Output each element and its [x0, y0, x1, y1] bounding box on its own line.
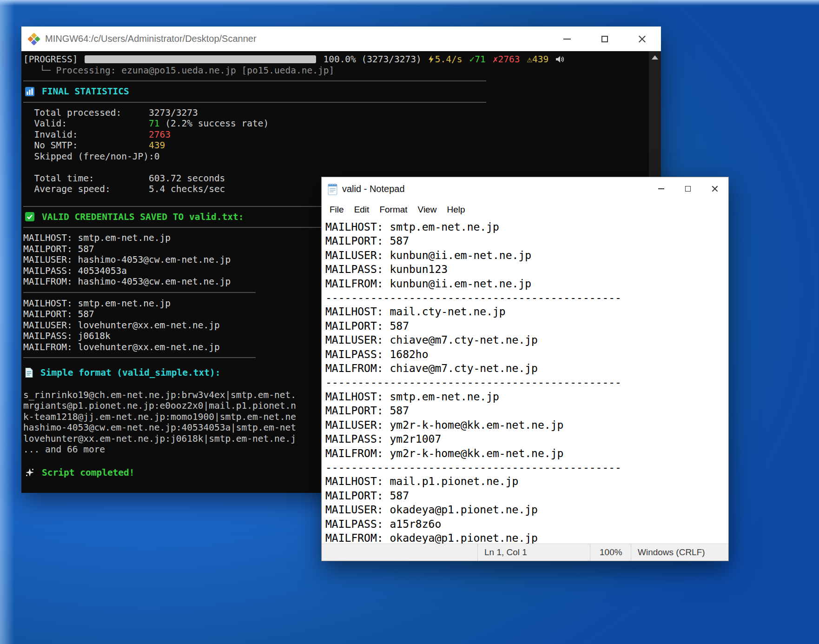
- progress-label: [PROGRESS]: [23, 54, 78, 65]
- notepad-close-button[interactable]: [701, 177, 728, 200]
- terminal-title: MINGW64:/c/Users/Administrator/Desktop/S…: [45, 33, 548, 44]
- notepad-minimize-button[interactable]: [647, 177, 674, 200]
- notepad-line: MAILHOST: mail.cty-net.ne.jp: [325, 305, 728, 319]
- notepad-line: MAILPORT: 587: [325, 404, 728, 418]
- notepad-line: MAILFROM: kunbun@ii.em-net.ne.jp: [325, 277, 728, 291]
- maximize-icon: [601, 36, 608, 42]
- mingw-icon: [28, 33, 40, 45]
- notepad-line: MAILPASS: 1682ho: [325, 347, 728, 361]
- valid-credentials-title: VALID CREDENTIALS SAVED TO valid.txt:: [42, 212, 244, 223]
- stat-row: Valid:71 (2.2% success rate): [23, 118, 649, 129]
- progress-percent: 100.0% (3273/3273): [323, 54, 421, 65]
- credentials-separator: [23, 357, 256, 358]
- notepad-caption-buttons: [647, 177, 728, 200]
- close-button[interactable]: [623, 27, 661, 51]
- notepad-line: MAILFROM: chiave@m7.cty-net.ne.jp: [325, 361, 728, 375]
- stat-row: Skipped (free/non-JP):0: [23, 151, 649, 162]
- no-smtp-count: ⚠439: [527, 54, 548, 65]
- notepad-line: ----------------------------------------…: [325, 375, 728, 389]
- status-zoom-level: 100%: [590, 544, 631, 561]
- statusbar-filler: [322, 544, 477, 561]
- status-cursor-position: Ln 1, Col 1: [477, 544, 590, 561]
- notepad-menubar: FileEditFormatViewHelp: [322, 200, 728, 219]
- notepad-window: valid - Notepad FileEditFormatViewHelp M…: [321, 177, 729, 561]
- stat-row: Invalid:2763: [23, 129, 649, 140]
- terminal-titlebar[interactable]: MINGW64:/c/Users/Administrator/Desktop/S…: [21, 27, 661, 51]
- wallpaper-highlight-left: [0, 0, 14, 644]
- notepad-line: MAILPASS: a15r8z6o: [325, 517, 728, 531]
- separator-line: [23, 80, 486, 81]
- speaker-icon: [555, 55, 565, 63]
- notepad-line: MAILPASS: kunbun123: [325, 262, 728, 276]
- check-box-icon: [25, 212, 34, 221]
- notepad-title: valid - Notepad: [342, 184, 647, 194]
- speed-stat: 5.4/s: [429, 54, 462, 65]
- maximize-button[interactable]: [586, 27, 623, 51]
- menu-item-view[interactable]: View: [413, 201, 442, 218]
- menu-item-edit[interactable]: Edit: [349, 201, 375, 218]
- notepad-titlebar[interactable]: valid - Notepad: [322, 177, 728, 200]
- notepad-line: MAILPORT: 587: [325, 234, 728, 248]
- stat-row: Total processed:3273/3273: [23, 107, 649, 119]
- menu-item-format[interactable]: Format: [374, 201, 412, 218]
- notepad-line: MAILHOST: smtp.em-net.ne.jp: [325, 390, 728, 404]
- notepad-line: MAILPASS: ym2r1007: [325, 432, 728, 446]
- scroll-up-arrow[interactable]: [652, 55, 658, 60]
- lightning-icon: [429, 55, 434, 63]
- separator-line: [23, 102, 486, 103]
- notepad-maximize-button[interactable]: [674, 177, 701, 200]
- stats-title: FINAL STATISTICS: [42, 86, 129, 97]
- bar-chart-icon: [25, 87, 34, 96]
- document-icon: [25, 368, 33, 378]
- menu-item-file[interactable]: File: [324, 201, 349, 218]
- notepad-text[interactable]: MAILHOST: smtp.em-net.ne.jpMAILPORT: 587…: [322, 219, 728, 544]
- minimize-icon: [563, 39, 571, 40]
- processing-line: └─ Processing: ezuna@po15.ueda.ne.jp [po…: [23, 65, 649, 76]
- minimize-icon: [658, 188, 664, 189]
- terminal-caption-buttons: [548, 27, 661, 51]
- valid-count: ✓71: [469, 54, 485, 65]
- notepad-line: MAILUSER: okadeya@p1.pionet.ne.jp: [325, 503, 728, 517]
- script-completed-text: Script completed!: [42, 467, 135, 478]
- simple-format-title: Simple format (valid_simple.txt):: [40, 367, 220, 378]
- notepad-line: MAILFROM: ym2r-k-home@kk.em-net.ne.jp: [325, 446, 728, 460]
- notepad-line: MAILUSER: ym2r-k-home@kk.em-net.ne.jp: [325, 418, 728, 432]
- progress-line: [PROGRESS] 100.0% (3273/3273) 5.4/s ✓71 …: [23, 54, 649, 65]
- stat-row: No SMTP:439: [23, 140, 649, 151]
- notepad-line: MAILUSER: chiave@m7.cty-net.ne.jp: [325, 333, 728, 347]
- notepad-line: MAILPORT: 587: [325, 489, 728, 503]
- status-line-ending: Windows (CRLF): [631, 544, 728, 561]
- notepad-line: ----------------------------------------…: [325, 291, 728, 305]
- notepad-line: MAILHOST: smtp.em-net.ne.jp: [325, 220, 728, 234]
- notepad-line: MAILPORT: 587: [325, 319, 728, 333]
- minimize-button[interactable]: [548, 27, 586, 51]
- notepad-line: MAILFROM: okadeya@p1.pionet.ne.jp: [325, 531, 728, 544]
- sparkle-icon: [25, 468, 34, 477]
- wallpaper-highlight-top: [0, 0, 819, 6]
- blank-line: [23, 162, 649, 173]
- maximize-icon: [685, 186, 691, 192]
- stats-header: FINAL STATISTICS: [23, 86, 649, 97]
- invalid-count: ✗2763: [493, 54, 520, 65]
- menu-item-help[interactable]: Help: [442, 201, 470, 218]
- progress-bar: [85, 55, 316, 63]
- notepad-statusbar: Ln 1, Col 1 100% Windows (CRLF): [322, 544, 728, 561]
- notepad-icon: [327, 183, 338, 195]
- notepad-line: ----------------------------------------…: [325, 460, 728, 474]
- notepad-line: MAILHOST: mail.p1.pionet.ne.jp: [325, 474, 728, 488]
- notepad-line: MAILUSER: kunbun@ii.em-net.ne.jp: [325, 248, 728, 262]
- credentials-separator: [23, 292, 256, 293]
- desktop: MINGW64:/c/Users/Administrator/Desktop/S…: [0, 0, 819, 644]
